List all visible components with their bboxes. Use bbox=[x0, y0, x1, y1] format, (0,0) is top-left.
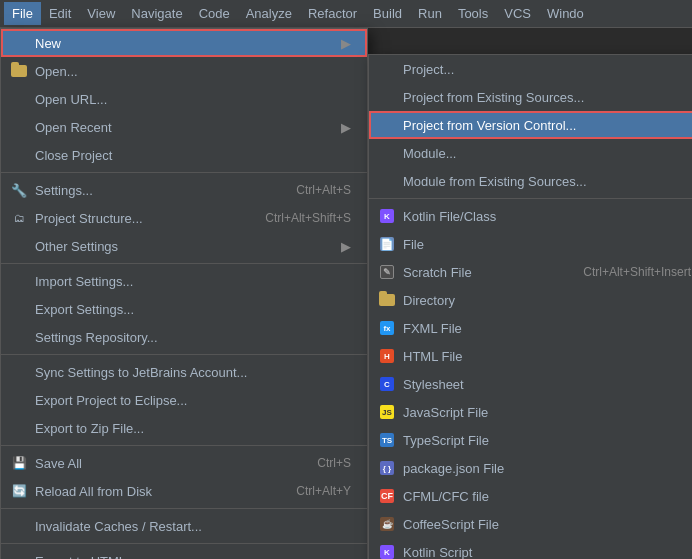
sep2 bbox=[1, 263, 367, 264]
menu-item-save-all[interactable]: 💾 Save All Ctrl+S bbox=[1, 449, 367, 477]
coffeescript-label: CoffeeScript File bbox=[403, 517, 691, 532]
new-submenu-fxml[interactable]: fx FXML File bbox=[369, 314, 692, 342]
menu-item-open-recent[interactable]: Open Recent ▶ bbox=[1, 113, 367, 141]
open-label: Open... bbox=[35, 64, 351, 79]
menu-edit[interactable]: Edit bbox=[41, 2, 79, 25]
typescript-icon: TS bbox=[377, 430, 397, 450]
other-settings-arrow: ▶ bbox=[341, 239, 351, 254]
kotlin-file-icon: K bbox=[377, 206, 397, 226]
package-json-icon: { } bbox=[377, 458, 397, 478]
project-structure-label: Project Structure... bbox=[35, 211, 245, 226]
project-structure-icon: 🗂 bbox=[9, 208, 29, 228]
open-folder-icon bbox=[9, 61, 29, 81]
reload-shortcut: Ctrl+Alt+Y bbox=[296, 484, 351, 498]
menu-item-invalidate[interactable]: Invalidate Caches / Restart... bbox=[1, 512, 367, 540]
sep1 bbox=[1, 172, 367, 173]
new-submenu-file[interactable]: 📄 File bbox=[369, 230, 692, 258]
scratch-file-label: Scratch File bbox=[403, 265, 563, 280]
reload-label: Reload All from Disk bbox=[35, 484, 276, 499]
menu-file[interactable]: File bbox=[4, 2, 41, 25]
menu-item-export-zip[interactable]: Export to Zip File... bbox=[1, 414, 367, 442]
new-submenu-module[interactable]: Module... bbox=[369, 139, 692, 167]
directory-icon bbox=[377, 290, 397, 310]
export-html-icon bbox=[9, 551, 29, 559]
sep6 bbox=[1, 543, 367, 544]
menu-navigate[interactable]: Navigate bbox=[123, 2, 190, 25]
new-submenu-kotlin-file[interactable]: K Kotlin File/Class bbox=[369, 202, 692, 230]
open-recent-arrow: ▶ bbox=[341, 120, 351, 135]
menu-run[interactable]: Run bbox=[410, 2, 450, 25]
invalidate-label: Invalidate Caches / Restart... bbox=[35, 519, 351, 534]
settings-repo-icon bbox=[9, 327, 29, 347]
new-submenu-coffeescript[interactable]: ☕ CoffeeScript File bbox=[369, 510, 692, 538]
other-settings-icon bbox=[9, 236, 29, 256]
other-settings-label: Other Settings bbox=[35, 239, 333, 254]
menu-refactor[interactable]: Refactor bbox=[300, 2, 365, 25]
project-vcs-label: Project from Version Control... bbox=[403, 118, 691, 133]
menu-item-settings-repo[interactable]: Settings Repository... bbox=[1, 323, 367, 351]
menu-item-export-html[interactable]: Export to HTML... bbox=[1, 547, 367, 559]
menu-item-new[interactable]: New ▶ bbox=[1, 29, 367, 57]
module-existing-icon bbox=[377, 171, 397, 191]
menu-item-open[interactable]: Open... bbox=[1, 57, 367, 85]
menu-item-import-settings[interactable]: Import Settings... bbox=[1, 267, 367, 295]
new-submenu-scratch-file[interactable]: ✎ Scratch File Ctrl+Alt+Shift+Insert bbox=[369, 258, 692, 286]
scratch-file-shortcut: Ctrl+Alt+Shift+Insert bbox=[583, 265, 691, 279]
menu-item-settings[interactable]: 🔧 Settings... Ctrl+Alt+S bbox=[1, 176, 367, 204]
new-label: New bbox=[35, 36, 333, 51]
settings-shortcut: Ctrl+Alt+S bbox=[296, 183, 351, 197]
new-submenu-stylesheet[interactable]: C Stylesheet bbox=[369, 370, 692, 398]
menu-analyze[interactable]: Analyze bbox=[238, 2, 300, 25]
new-submenu-project-existing[interactable]: Project from Existing Sources... bbox=[369, 83, 692, 111]
menu-item-open-url[interactable]: Open URL... bbox=[1, 85, 367, 113]
new-submenu-project[interactable]: Project... bbox=[369, 55, 692, 83]
export-zip-label: Export to Zip File... bbox=[35, 421, 351, 436]
menu-tools[interactable]: Tools bbox=[450, 2, 496, 25]
fxml-label: FXML File bbox=[403, 321, 691, 336]
save-all-shortcut: Ctrl+S bbox=[317, 456, 351, 470]
menu-item-export-eclipse[interactable]: Export Project to Eclipse... bbox=[1, 386, 367, 414]
open-recent-icon bbox=[9, 117, 29, 137]
menu-item-other-settings[interactable]: Other Settings ▶ bbox=[1, 232, 367, 260]
javascript-label: JavaScript File bbox=[403, 405, 691, 420]
sync-label: Sync Settings to JetBrains Account... bbox=[35, 365, 351, 380]
reload-icon: 🔄 bbox=[9, 481, 29, 501]
file-dropdown: New ▶ Open... Open URL... Open Recent ▶ … bbox=[0, 28, 368, 559]
new-submenu-cfml[interactable]: CF CFML/CFC file bbox=[369, 482, 692, 510]
new-submenu-kotlin-script[interactable]: K Kotlin Script bbox=[369, 538, 692, 559]
export-eclipse-label: Export Project to Eclipse... bbox=[35, 393, 351, 408]
menu-item-project-structure[interactable]: 🗂 Project Structure... Ctrl+Alt+Shift+S bbox=[1, 204, 367, 232]
kotlin-script-icon: K bbox=[377, 542, 397, 559]
kotlin-file-label: Kotlin File/Class bbox=[403, 209, 691, 224]
export-zip-icon bbox=[9, 418, 29, 438]
menu-window[interactable]: Windo bbox=[539, 2, 592, 25]
new-icon bbox=[9, 33, 29, 53]
export-html-label: Export to HTML... bbox=[35, 554, 351, 560]
new-submenu-javascript[interactable]: JS JavaScript File bbox=[369, 398, 692, 426]
html-icon: H bbox=[377, 346, 397, 366]
coffeescript-icon: ☕ bbox=[377, 514, 397, 534]
sync-icon bbox=[9, 362, 29, 382]
new-submenu-module-existing[interactable]: Module from Existing Sources... bbox=[369, 167, 692, 195]
menu-vcs[interactable]: VCS bbox=[496, 2, 539, 25]
menu-view[interactable]: View bbox=[79, 2, 123, 25]
menu-item-close-project[interactable]: Close Project bbox=[1, 141, 367, 169]
menu-item-export-settings[interactable]: Export Settings... bbox=[1, 295, 367, 323]
new-submenu-project-vcs[interactable]: Project from Version Control... bbox=[369, 111, 692, 139]
typescript-label: TypeScript File bbox=[403, 433, 691, 448]
module-label: Module... bbox=[403, 146, 691, 161]
menu-code[interactable]: Code bbox=[191, 2, 238, 25]
open-url-label: Open URL... bbox=[35, 92, 351, 107]
close-project-label: Close Project bbox=[35, 148, 351, 163]
directory-label: Directory bbox=[403, 293, 691, 308]
new-submenu-package-json[interactable]: { } package.json File bbox=[369, 454, 692, 482]
new-submenu-html[interactable]: H HTML File bbox=[369, 342, 692, 370]
scratch-file-icon: ✎ bbox=[377, 262, 397, 282]
module-existing-label: Module from Existing Sources... bbox=[403, 174, 691, 189]
menu-build[interactable]: Build bbox=[365, 2, 410, 25]
new-submenu-directory[interactable]: Directory bbox=[369, 286, 692, 314]
settings-label: Settings... bbox=[35, 183, 276, 198]
menu-item-reload[interactable]: 🔄 Reload All from Disk Ctrl+Alt+Y bbox=[1, 477, 367, 505]
new-submenu-typescript[interactable]: TS TypeScript File bbox=[369, 426, 692, 454]
menu-item-sync[interactable]: Sync Settings to JetBrains Account... bbox=[1, 358, 367, 386]
